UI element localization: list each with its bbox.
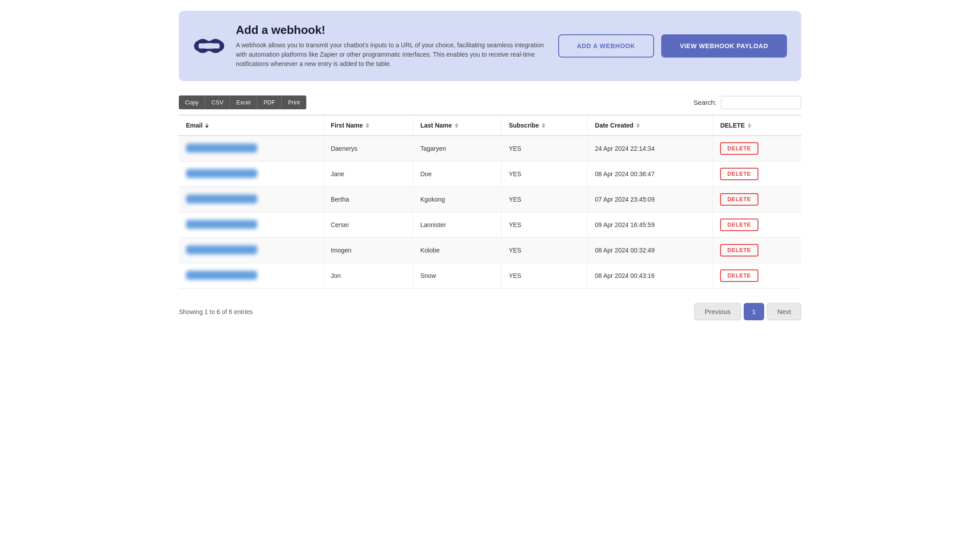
delete-cell: DELETE [713, 238, 801, 263]
email-value-blurred [186, 169, 257, 178]
toolbar: Copy CSV Excel PDF Print Search: [179, 95, 801, 109]
delete-cell: DELETE [713, 161, 801, 187]
delete-cell: DELETE [713, 187, 801, 212]
table-row: ImogenKolobeYES08 Apr 2024 00:32:49DELET… [179, 238, 801, 263]
delete-button[interactable]: DELETE [720, 193, 758, 206]
email-value-blurred [186, 245, 257, 254]
print-button[interactable]: Print [282, 95, 306, 109]
excel-button[interactable]: Excel [230, 95, 257, 109]
date-created-cell: 08 Apr 2024 00:32:49 [588, 238, 713, 263]
table-row: DaenerysTagaryenYES24 Apr 2024 22:14:34D… [179, 136, 801, 161]
date-created-cell: 08 Apr 2024 00:43:16 [588, 263, 713, 289]
banner-description: A webhook allows you to transmit your ch… [236, 41, 548, 69]
showing-label: Showing 1 to 6 of 6 entries [179, 308, 253, 315]
date-created-cell: 08 Apr 2024 00:36:47 [588, 161, 713, 187]
email-value-blurred [186, 220, 257, 229]
table-row: JaneDoeYES08 Apr 2024 00:36:47DELETE [179, 161, 801, 187]
subscribe-cell: YES [502, 161, 588, 187]
col-email[interactable]: Email [179, 115, 323, 136]
sort-delete-icon [748, 123, 751, 128]
page-1-button[interactable]: 1 [744, 303, 764, 320]
webhook-icon [193, 30, 225, 62]
view-payload-button[interactable]: VIEW WEBHOOK PAYLOAD [661, 34, 787, 58]
first-name-cell: Daenerys [323, 136, 413, 161]
subscribe-cell: YES [502, 263, 588, 289]
search-label: Search: [693, 99, 716, 106]
col-last-name-label: Last Name [420, 122, 452, 129]
pagination: Previous 1 Next [694, 303, 801, 320]
first-name-cell: Cersei [323, 212, 413, 238]
subscribe-cell: YES [502, 136, 588, 161]
email-cell [179, 161, 323, 187]
webhook-buttons: ADD A WEBHOOK VIEW WEBHOOK PAYLOAD [558, 34, 787, 58]
delete-button[interactable]: DELETE [720, 142, 758, 155]
svg-rect-5 [206, 43, 213, 49]
email-cell [179, 238, 323, 263]
webhook-text: Add a webhook! A webhook allows you to t… [236, 23, 548, 69]
email-value-blurred [186, 144, 257, 153]
col-delete-label: DELETE [720, 122, 745, 129]
first-name-cell: Bertha [323, 187, 413, 212]
add-webhook-button[interactable]: ADD A WEBHOOK [558, 34, 654, 58]
date-created-cell: 24 Apr 2024 22:14:34 [588, 136, 713, 161]
copy-button[interactable]: Copy [179, 95, 205, 109]
webhook-banner: Add a webhook! A webhook allows you to t… [179, 11, 801, 81]
table-row: BerthaKgokongYES07 Apr 2024 23:45:09DELE… [179, 187, 801, 212]
sort-subscribe-icon [542, 123, 545, 128]
table-row: JonSnowYES08 Apr 2024 00:43:16DELETE [179, 263, 801, 289]
last-name-cell: Kgokong [413, 187, 501, 212]
col-subscribe[interactable]: Subscribe [502, 115, 588, 136]
col-first-name[interactable]: First Name [323, 115, 413, 136]
email-cell [179, 212, 323, 238]
first-name-cell: Imogen [323, 238, 413, 263]
table-header-row: Email First Name [179, 115, 801, 136]
search-area: Search: [693, 96, 801, 109]
sort-first-name-icon [366, 123, 369, 128]
email-cell [179, 187, 323, 212]
table-footer: Showing 1 to 6 of 6 entries Previous 1 N… [179, 299, 801, 324]
first-name-cell: Jon [323, 263, 413, 289]
delete-button[interactable]: DELETE [720, 168, 758, 180]
first-name-cell: Jane [323, 161, 413, 187]
col-first-name-label: First Name [331, 122, 363, 129]
email-value-blurred [186, 271, 257, 280]
col-last-name[interactable]: Last Name [413, 115, 501, 136]
col-date-created[interactable]: Date Created [588, 115, 713, 136]
delete-button[interactable]: DELETE [720, 269, 758, 282]
subscribe-cell: YES [502, 238, 588, 263]
search-input[interactable] [721, 96, 801, 109]
delete-cell: DELETE [713, 212, 801, 238]
csv-button[interactable]: CSV [205, 95, 230, 109]
data-table: Email First Name [179, 115, 801, 289]
pdf-button[interactable]: PDF [257, 95, 282, 109]
subscribe-cell: YES [502, 212, 588, 238]
delete-button[interactable]: DELETE [720, 244, 758, 256]
col-delete[interactable]: DELETE [713, 115, 801, 136]
date-created-cell: 09 Apr 2024 16:45:59 [588, 212, 713, 238]
col-date-created-label: Date Created [595, 122, 633, 129]
last-name-cell: Kolobe [413, 238, 501, 263]
banner-title: Add a webhook! [236, 23, 548, 37]
sort-date-icon [636, 123, 640, 128]
col-subscribe-label: Subscribe [509, 122, 539, 129]
table-row: CerseiLannisterYES09 Apr 2024 16:45:59DE… [179, 212, 801, 238]
last-name-cell: Lannister [413, 212, 501, 238]
delete-button[interactable]: DELETE [720, 219, 758, 231]
email-cell [179, 263, 323, 289]
next-button[interactable]: Next [767, 303, 801, 320]
previous-button[interactable]: Previous [694, 303, 741, 320]
col-email-label: Email [186, 122, 202, 129]
email-cell [179, 136, 323, 161]
export-buttons: Copy CSV Excel PDF Print [179, 95, 306, 109]
subscribe-cell: YES [502, 187, 588, 212]
email-value-blurred [186, 194, 257, 203]
last-name-cell: Tagaryen [413, 136, 501, 161]
delete-cell: DELETE [713, 136, 801, 161]
last-name-cell: Doe [413, 161, 501, 187]
sort-last-name-icon [455, 123, 458, 128]
delete-cell: DELETE [713, 263, 801, 289]
sort-email-icon [205, 123, 209, 128]
last-name-cell: Snow [413, 263, 501, 289]
page-container: Add a webhook! A webhook allows you to t… [165, 0, 815, 335]
date-created-cell: 07 Apr 2024 23:45:09 [588, 187, 713, 212]
